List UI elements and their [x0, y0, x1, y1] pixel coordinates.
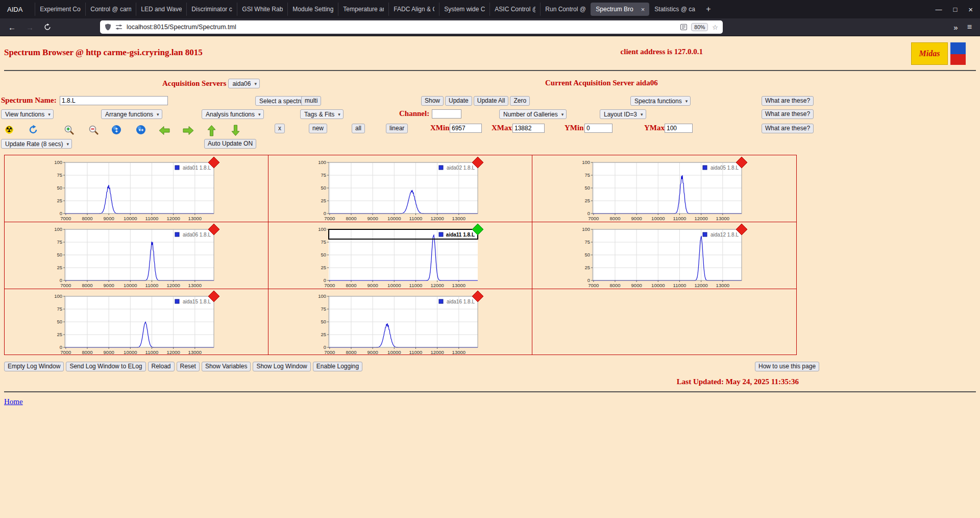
tab[interactable]: Temperature an: [338, 3, 388, 16]
new-button[interactable]: new: [309, 124, 327, 133]
auto-update-button[interactable]: Auto Update ON: [204, 139, 256, 149]
what-are-these-button-3[interactable]: What are these?: [762, 124, 814, 133]
arrange-functions-select[interactable]: Arrange functions ▾: [101, 109, 162, 119]
arrow-up-icon[interactable]: [207, 125, 216, 136]
update-button[interactable]: Update: [445, 96, 472, 106]
ymin-input[interactable]: [584, 124, 612, 133]
x-button[interactable]: x: [275, 124, 285, 133]
midas-logo[interactable]: Midas: [911, 42, 948, 65]
gallery-cell[interactable]: 0255075100700080009000100001100012000130…: [5, 289, 268, 355]
spectrum-plot[interactable]: 0255075100700080009000100001100012000130…: [577, 156, 749, 221]
spectrum-plot[interactable]: 0255075100700080009000100001100012000130…: [50, 223, 221, 288]
layout-id-select[interactable]: Layout ID=3 ▾: [600, 109, 646, 119]
footer-button[interactable]: Send Log Window to ELog: [66, 362, 145, 371]
minimize-button[interactable]: —: [935, 6, 942, 13]
tab[interactable]: Experiment Cont: [35, 3, 85, 16]
tab[interactable]: Control @ carm: [85, 3, 136, 16]
zero-button[interactable]: Zero: [510, 96, 530, 106]
xmax-input[interactable]: [512, 124, 545, 133]
spectrum-plot[interactable]: 0255075100700080009000100001100012000130…: [313, 156, 485, 221]
tab-close-icon[interactable]: ×: [638, 6, 645, 13]
spectrum-plot[interactable]: 0255075100700080009000100001100012000130…: [313, 223, 485, 288]
arrow-right-icon[interactable]: [182, 126, 194, 135]
reader-mode-icon[interactable]: [680, 24, 687, 30]
refresh-icon[interactable]: [28, 125, 38, 135]
url-bar[interactable]: localhost:8015/Spectrum/Spectrum.tml 80%…: [100, 20, 723, 34]
facility-logo[interactable]: [950, 42, 966, 65]
what-are-these-button-1[interactable]: What are these?: [762, 96, 814, 106]
hamburger-menu-icon[interactable]: ≡: [967, 23, 972, 31]
window-close-button[interactable]: ×: [968, 5, 973, 14]
reload-button[interactable]: [44, 23, 51, 31]
gallery-cell[interactable]: 0255075100700080009000100001100012000130…: [5, 155, 268, 222]
home-link[interactable]: Home: [4, 397, 23, 406]
acquisition-server-select[interactable]: aida06 ▾: [228, 79, 260, 88]
maximize-button[interactable]: □: [953, 6, 957, 13]
multi-button[interactable]: multi: [301, 96, 321, 106]
gallery-cell[interactable]: 0255075100700080009000100001100012000130…: [268, 155, 532, 222]
tab[interactable]: FADC Align & C: [388, 3, 439, 16]
update-rate-select[interactable]: Update Rate (8 secs) ▾: [1, 139, 72, 149]
analysis-functions-select[interactable]: Analysis functions ▾: [202, 109, 264, 119]
spectrum-plot[interactable]: 0255075100700080009000100001100012000130…: [50, 290, 221, 355]
footer-button[interactable]: Enable Logging: [313, 362, 362, 371]
number-of-galleries-select[interactable]: Number of Galleries ▾: [499, 109, 567, 119]
tab[interactable]: ASIC Control @: [489, 3, 540, 16]
permissions-tune-icon[interactable]: [115, 24, 122, 30]
expand-horizontal-icon[interactable]: ↔: [136, 125, 146, 135]
show-button[interactable]: Show: [421, 96, 444, 106]
spectrum-name-row: Spectrum Name: Select a spectrum ▾ multi…: [0, 96, 980, 107]
forward-button[interactable]: →: [26, 23, 34, 31]
what-are-these-button-2[interactable]: What are these?: [762, 109, 814, 119]
view-functions-select[interactable]: View functions ▾: [1, 109, 54, 119]
channel-input[interactable]: [432, 109, 461, 119]
xmin-input[interactable]: [450, 124, 482, 133]
update-all-button[interactable]: Update All: [474, 96, 509, 106]
tab[interactable]: Statistics @ car: [649, 3, 700, 16]
overflow-menu-icon[interactable]: »: [953, 23, 958, 31]
all-button[interactable]: all: [352, 124, 365, 133]
tab[interactable]: Run Control @ c: [540, 3, 591, 16]
tags-fits-select[interactable]: Tags & Fits ▾: [300, 109, 344, 119]
tab[interactable]: LED and Wavefo: [136, 3, 186, 16]
arrow-left-icon[interactable]: [158, 126, 170, 135]
gallery-cell[interactable]: 0255075100700080009000100001100012000130…: [268, 222, 532, 289]
new-tab-button[interactable]: +: [700, 5, 717, 14]
gallery-cell[interactable]: 0255075100700080009000100001100012000130…: [268, 289, 532, 355]
tab[interactable]: GSI White Rabb: [237, 3, 287, 16]
radiation-icon[interactable]: ☢: [4, 125, 14, 135]
footer-button[interactable]: Show Log Window: [253, 362, 310, 371]
tab[interactable]: Module Settings: [287, 3, 338, 16]
shield-icon[interactable]: [105, 23, 111, 31]
svg-text:7000: 7000: [60, 216, 71, 221]
spectra-functions-select[interactable]: Spectra functions ▾: [630, 96, 691, 106]
bookmark-star-icon[interactable]: ☆: [712, 23, 718, 31]
svg-text:11000: 11000: [145, 282, 159, 288]
spectrum-plot[interactable]: 0255075100700080009000100001100012000130…: [577, 223, 749, 288]
footer-button[interactable]: Reset: [177, 362, 200, 371]
arrow-down-icon[interactable]: [231, 125, 240, 136]
ymax-input[interactable]: [665, 124, 693, 133]
gallery-cell[interactable]: 0255075100700080009000100001100012000130…: [532, 155, 796, 222]
gallery-cell[interactable]: 0255075100700080009000100001100012000130…: [532, 222, 796, 289]
spectrum-plot[interactable]: 0255075100700080009000100001100012000130…: [313, 290, 485, 355]
tab[interactable]: Discriminator co: [186, 3, 237, 16]
gallery-cell[interactable]: 0255075100700080009000100001100012000130…: [5, 222, 268, 289]
expand-vertical-icon[interactable]: ↕: [111, 125, 121, 135]
svg-text:11000: 11000: [145, 216, 159, 221]
linear-button[interactable]: linear: [386, 124, 408, 133]
svg-text:50: 50: [321, 319, 326, 324]
zoom-in-icon[interactable]: [64, 125, 75, 135]
tab-bar: AIDA Experiment ContControl @ carmLED an…: [0, 0, 980, 18]
back-button[interactable]: ←: [8, 23, 16, 31]
footer-button[interactable]: Empty Log Window: [4, 362, 64, 371]
footer-button[interactable]: Show Variables: [202, 362, 251, 371]
zoom-out-icon[interactable]: [88, 125, 99, 135]
spectrum-name-input[interactable]: [60, 96, 168, 105]
spectrum-plot[interactable]: 0255075100700080009000100001100012000130…: [50, 156, 221, 221]
zoom-level-badge[interactable]: 80%: [691, 23, 708, 31]
how-to-use-button[interactable]: How to use this page: [755, 362, 819, 371]
footer-button[interactable]: Reload: [148, 362, 175, 371]
tab[interactable]: System wide Ch: [439, 3, 489, 16]
tab-active[interactable]: Spectrum Bro×: [591, 3, 649, 16]
